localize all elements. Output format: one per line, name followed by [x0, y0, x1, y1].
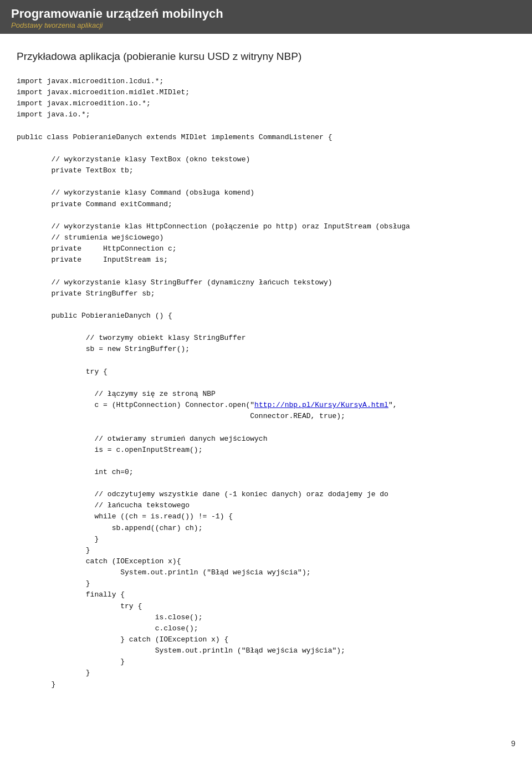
code-line-37: is.close(); — [17, 613, 202, 622]
code-line-30: } — [17, 535, 99, 543]
code-line-9: private Command exitCommand; — [17, 200, 172, 208]
code-line-6: // wykorzystanie klasy TextBox (okno tek… — [17, 155, 250, 164]
code-line-32: catch (IOException x){ — [17, 557, 181, 566]
code-line-26: // odczytujemy wszystkie dane (-1 koniec… — [17, 490, 388, 498]
code-line-4: import java.io.*; — [17, 110, 90, 119]
code-line-12: private HttpConnection c; — [17, 244, 177, 253]
code-line-41: } — [17, 658, 125, 666]
code-line-28: while ((ch = is.read()) != -1) { — [17, 512, 233, 521]
code-line-14: // wykorzystanie klasy StringBuffer (dyn… — [17, 278, 332, 287]
code-line-43: } — [17, 680, 55, 689]
page-header: Programowanie urządzeń mobilnych Podstaw… — [0, 0, 532, 34]
code-line-42: } — [17, 669, 90, 677]
code-line-25: int ch=0; — [17, 468, 134, 476]
code-line-27: // łańcucha tekstowego — [17, 501, 190, 510]
code-block: import javax.microedition.lcdui.*; impor… — [17, 76, 515, 690]
code-line-21: c = (HttpConnection) Connector.open("htt… — [17, 401, 397, 409]
code-line-38: c.close(); — [17, 624, 198, 633]
code-line-20: // łączymy się ze stroną NBP — [17, 390, 216, 398]
code-line-36: try { — [17, 602, 142, 610]
code-line-3: import javax.microedition.io.*; — [17, 99, 151, 108]
code-line-8: // wykorzystanie klasy Command (obsługa … — [17, 189, 254, 197]
code-line-11: // strumienia wejściowego) — [17, 233, 163, 242]
page-content: Przykładowa aplikacja (pobieranie kursu … — [0, 34, 532, 712]
page-number: 9 — [511, 739, 515, 748]
code-line-18: sb = new StringBuffer(); — [17, 345, 190, 353]
code-line-23: // otwieramy strumień danych wejściowych — [17, 435, 267, 443]
code-line-22: Connector.READ, true); — [17, 412, 345, 420]
code-line-35: finally { — [17, 590, 125, 599]
code-line-15: private StringBuffer sb; — [17, 289, 155, 298]
header-subtitle: Podstawy tworzenia aplikacji — [11, 21, 521, 29]
code-line-33: System.out.println ("Błąd wejścia wyjści… — [17, 568, 311, 577]
code-line-17: // tworzymy obiekt klasy StringBuffer — [17, 334, 245, 342]
code-line-2: import javax.microedition.midlet.MIDlet; — [17, 88, 190, 96]
code-line-16: public PobieranieDanych () { — [17, 312, 172, 320]
code-line-7: private TextBox tb; — [17, 166, 134, 175]
section-title: Przykładowa aplikacja (pobieranie kursu … — [17, 50, 515, 63]
code-line-5: public class PobieranieDanych extends MI… — [17, 133, 332, 141]
code-line-24: is = c.openInputStream(); — [17, 446, 202, 454]
header-title: Programowanie urządzeń mobilnych — [11, 7, 521, 21]
code-line-1: import javax.microedition.lcdui.*; — [17, 77, 163, 85]
code-line-31: } — [17, 546, 90, 554]
code-line-13: private InputStream is; — [17, 256, 168, 264]
code-line-34: } — [17, 579, 90, 588]
code-line-10: // wykorzystanie klas HttpConnection (po… — [17, 222, 410, 231]
code-line-29: sb.append((char) ch); — [17, 524, 202, 532]
code-line-40: System.out.println ("Błąd wejścia wyjści… — [17, 646, 345, 655]
code-line-39: } catch (IOException x) { — [17, 635, 228, 644]
code-line-19: try { — [17, 368, 108, 376]
